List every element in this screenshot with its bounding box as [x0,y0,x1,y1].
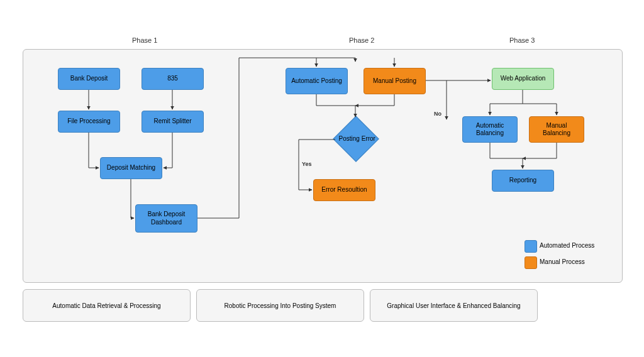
legend-manual-label: Manual Process [540,258,585,265]
edge-no: No [434,111,441,117]
node-835: 835 [142,68,204,90]
phase-2-label: Phase 2 [349,36,374,44]
node-posting-error-label: Posting Error [338,135,376,142]
node-deposit-matching: Deposit Matching [100,157,162,179]
node-error-resolution: Error Resoultion [313,179,375,201]
phase-1-label: Phase 1 [132,36,157,44]
node-dashboard: Bank Deposit Dashboard [135,204,197,233]
legend-manual-swatch [525,256,537,269]
node-manual-posting: Manual Posting [364,68,426,94]
node-bank-deposit: Bank Deposit [58,68,120,90]
node-web-application: Web Application [492,68,554,90]
node-auto-posting: Automatic Posting [286,68,348,94]
node-remit-splitter: Remit Splitter [142,111,204,133]
legend-auto-swatch [525,240,537,253]
footer-phase1: Automatic Data Retrieval & Processing [23,289,191,322]
node-auto-balancing: Automatic Balancing [462,116,518,143]
node-manual-balancing: Manual Balancing [529,116,584,143]
edge-yes: Yes [302,161,312,167]
legend-auto-label: Automated Process [540,242,594,249]
footer-phase2: Robotic Processing Into Posting System [196,289,364,322]
node-reporting: Reporting [492,170,554,192]
footer-phase3: Graphical User Interface & Enhanced Bala… [370,289,538,322]
phase-3-label: Phase 3 [509,36,535,44]
node-file-processing: File Processing [58,111,120,133]
